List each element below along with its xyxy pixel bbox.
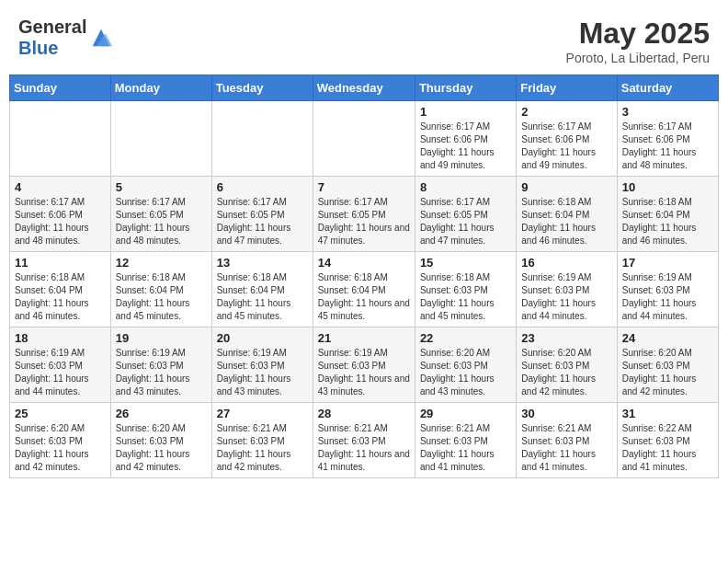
- day-number: 7: [318, 180, 410, 194]
- day-cell: [313, 101, 415, 177]
- day-number: 26: [116, 407, 207, 420]
- day-cell: 1Sunrise: 6:17 AM Sunset: 6:06 PM Daylig…: [415, 101, 516, 177]
- day-cell: 16Sunrise: 6:19 AM Sunset: 6:03 PM Dayli…: [517, 252, 617, 327]
- day-info: Sunrise: 6:17 AM Sunset: 6:05 PM Dayligh…: [420, 196, 511, 247]
- day-cell: 26Sunrise: 6:20 AM Sunset: 6:03 PM Dayli…: [110, 403, 211, 478]
- day-cell: 31Sunrise: 6:22 AM Sunset: 6:03 PM Dayli…: [617, 403, 718, 478]
- day-number: 5: [116, 180, 207, 194]
- day-info: Sunrise: 6:19 AM Sunset: 6:03 PM Dayligh…: [15, 347, 106, 398]
- day-cell: 10Sunrise: 6:18 AM Sunset: 6:04 PM Dayli…: [617, 177, 718, 252]
- header-cell-tuesday: Tuesday: [211, 75, 313, 101]
- day-info: Sunrise: 6:21 AM Sunset: 6:03 PM Dayligh…: [318, 422, 410, 474]
- day-number: 6: [217, 180, 308, 194]
- day-info: Sunrise: 6:18 AM Sunset: 6:04 PM Dayligh…: [15, 271, 106, 323]
- calendar-table: SundayMondayTuesdayWednesdayThursdayFrid…: [9, 75, 719, 478]
- day-cell: 29Sunrise: 6:21 AM Sunset: 6:03 PM Dayli…: [415, 403, 516, 478]
- week-row-3: 18Sunrise: 6:19 AM Sunset: 6:03 PM Dayli…: [10, 327, 719, 403]
- day-number: 29: [420, 407, 511, 420]
- day-info: Sunrise: 6:17 AM Sunset: 6:05 PM Dayligh…: [318, 196, 410, 247]
- day-info: Sunrise: 6:22 AM Sunset: 6:03 PM Dayligh…: [622, 422, 713, 474]
- day-info: Sunrise: 6:19 AM Sunset: 6:03 PM Dayligh…: [217, 347, 308, 398]
- day-info: Sunrise: 6:18 AM Sunset: 6:04 PM Dayligh…: [217, 271, 308, 323]
- logo: General Blue: [18, 17, 114, 59]
- day-cell: 25Sunrise: 6:20 AM Sunset: 6:03 PM Dayli…: [10, 403, 111, 478]
- day-info: Sunrise: 6:20 AM Sunset: 6:03 PM Dayligh…: [521, 347, 611, 398]
- day-info: Sunrise: 6:17 AM Sunset: 6:06 PM Dayligh…: [521, 121, 611, 172]
- header-cell-sunday: Sunday: [10, 75, 111, 101]
- day-cell: [211, 101, 313, 177]
- header-cell-saturday: Saturday: [617, 75, 718, 101]
- day-number: 27: [217, 407, 308, 420]
- day-cell: 19Sunrise: 6:19 AM Sunset: 6:03 PM Dayli…: [110, 327, 211, 403]
- day-cell: 23Sunrise: 6:20 AM Sunset: 6:03 PM Dayli…: [517, 327, 617, 403]
- day-cell: 5Sunrise: 6:17 AM Sunset: 6:05 PM Daylig…: [110, 177, 211, 252]
- day-info: Sunrise: 6:18 AM Sunset: 6:04 PM Dayligh…: [116, 271, 207, 323]
- day-number: 23: [521, 331, 611, 345]
- day-number: 17: [622, 256, 713, 270]
- day-info: Sunrise: 6:17 AM Sunset: 6:06 PM Dayligh…: [420, 121, 511, 172]
- day-cell: 11Sunrise: 6:18 AM Sunset: 6:04 PM Dayli…: [10, 252, 111, 327]
- day-info: Sunrise: 6:19 AM Sunset: 6:03 PM Dayligh…: [318, 347, 410, 398]
- day-cell: 18Sunrise: 6:19 AM Sunset: 6:03 PM Dayli…: [10, 327, 111, 403]
- day-cell: 27Sunrise: 6:21 AM Sunset: 6:03 PM Dayli…: [211, 403, 313, 478]
- day-number: 16: [521, 256, 611, 270]
- day-info: Sunrise: 6:18 AM Sunset: 6:04 PM Dayligh…: [318, 271, 410, 323]
- day-info: Sunrise: 6:18 AM Sunset: 6:04 PM Dayligh…: [622, 196, 713, 247]
- calendar-body: 1Sunrise: 6:17 AM Sunset: 6:06 PM Daylig…: [10, 101, 719, 478]
- sub-title: Poroto, La Libertad, Peru: [566, 51, 710, 65]
- day-cell: [110, 101, 211, 177]
- day-cell: 6Sunrise: 6:17 AM Sunset: 6:05 PM Daylig…: [211, 177, 313, 252]
- day-cell: 30Sunrise: 6:21 AM Sunset: 6:03 PM Dayli…: [517, 403, 617, 478]
- logo-text: General Blue: [18, 17, 86, 59]
- day-info: Sunrise: 6:18 AM Sunset: 6:04 PM Dayligh…: [521, 196, 611, 247]
- logo-general: General: [18, 17, 86, 37]
- day-number: 22: [420, 331, 511, 345]
- day-number: 10: [622, 180, 713, 194]
- week-row-0: 1Sunrise: 6:17 AM Sunset: 6:06 PM Daylig…: [10, 101, 719, 177]
- day-cell: 9Sunrise: 6:18 AM Sunset: 6:04 PM Daylig…: [517, 177, 617, 252]
- day-info: Sunrise: 6:20 AM Sunset: 6:03 PM Dayligh…: [116, 422, 207, 474]
- day-info: Sunrise: 6:20 AM Sunset: 6:03 PM Dayligh…: [15, 422, 106, 474]
- day-cell: 8Sunrise: 6:17 AM Sunset: 6:05 PM Daylig…: [415, 177, 516, 252]
- day-number: 15: [420, 256, 511, 270]
- day-cell: 24Sunrise: 6:20 AM Sunset: 6:03 PM Dayli…: [617, 327, 718, 403]
- day-number: 30: [521, 407, 611, 420]
- day-cell: 28Sunrise: 6:21 AM Sunset: 6:03 PM Dayli…: [313, 403, 415, 478]
- day-info: Sunrise: 6:17 AM Sunset: 6:06 PM Dayligh…: [15, 196, 106, 247]
- day-info: Sunrise: 6:20 AM Sunset: 6:03 PM Dayligh…: [622, 347, 713, 398]
- day-cell: 17Sunrise: 6:19 AM Sunset: 6:03 PM Dayli…: [617, 252, 718, 327]
- header-cell-monday: Monday: [110, 75, 211, 101]
- day-cell: [10, 101, 111, 177]
- day-number: 8: [420, 180, 511, 194]
- day-cell: 14Sunrise: 6:18 AM Sunset: 6:04 PM Dayli…: [313, 252, 415, 327]
- day-info: Sunrise: 6:20 AM Sunset: 6:03 PM Dayligh…: [420, 347, 511, 398]
- day-number: 20: [217, 331, 308, 345]
- day-number: 19: [116, 331, 207, 345]
- day-cell: 15Sunrise: 6:18 AM Sunset: 6:03 PM Dayli…: [415, 252, 516, 327]
- header-row: SundayMondayTuesdayWednesdayThursdayFrid…: [10, 75, 719, 101]
- day-cell: 4Sunrise: 6:17 AM Sunset: 6:06 PM Daylig…: [10, 177, 111, 252]
- day-info: Sunrise: 6:21 AM Sunset: 6:03 PM Dayligh…: [420, 422, 511, 474]
- day-info: Sunrise: 6:19 AM Sunset: 6:03 PM Dayligh…: [116, 347, 207, 398]
- day-number: 11: [15, 256, 106, 270]
- day-cell: 2Sunrise: 6:17 AM Sunset: 6:06 PM Daylig…: [517, 101, 617, 177]
- day-number: 18: [15, 331, 106, 345]
- day-number: 9: [521, 180, 611, 194]
- calendar-header: SundayMondayTuesdayWednesdayThursdayFrid…: [10, 75, 719, 101]
- day-number: 31: [622, 407, 713, 420]
- day-number: 4: [15, 180, 106, 194]
- main-title: May 2025: [566, 17, 710, 51]
- day-number: 3: [622, 105, 713, 119]
- logo-icon: [88, 25, 114, 51]
- header-cell-wednesday: Wednesday: [313, 75, 415, 101]
- header-cell-friday: Friday: [517, 75, 617, 101]
- title-block: May 2025 Poroto, La Libertad, Peru: [566, 17, 710, 65]
- day-info: Sunrise: 6:17 AM Sunset: 6:06 PM Dayligh…: [622, 121, 713, 172]
- day-number: 1: [420, 105, 511, 119]
- day-cell: 22Sunrise: 6:20 AM Sunset: 6:03 PM Dayli…: [415, 327, 516, 403]
- day-number: 14: [318, 256, 410, 270]
- day-number: 25: [15, 407, 106, 420]
- day-number: 12: [116, 256, 207, 270]
- day-cell: 12Sunrise: 6:18 AM Sunset: 6:04 PM Dayli…: [110, 252, 211, 327]
- day-info: Sunrise: 6:19 AM Sunset: 6:03 PM Dayligh…: [622, 271, 713, 323]
